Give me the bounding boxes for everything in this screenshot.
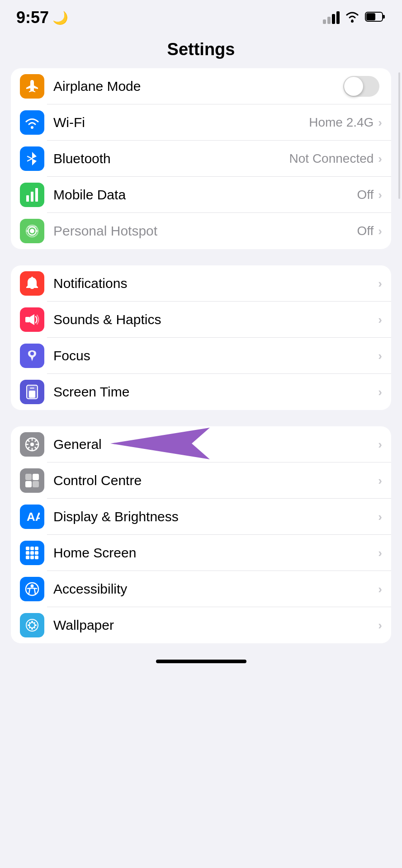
svg-rect-25 — [26, 547, 29, 550]
svg-rect-16 — [30, 387, 34, 389]
display-brightness-label: Display & Brightness — [53, 509, 378, 524]
notifications-icon — [20, 271, 44, 296]
svg-rect-23 — [33, 481, 39, 487]
sounds-icon — [20, 307, 44, 332]
wifi-status-icon — [344, 10, 360, 25]
general-row[interactable]: General › — [11, 426, 391, 462]
hotspot-value: Off — [357, 224, 374, 238]
svg-rect-28 — [26, 551, 29, 555]
screen-time-icon — [20, 380, 44, 404]
svg-point-38 — [31, 621, 33, 623]
svg-rect-21 — [33, 474, 39, 480]
accessibility-row[interactable]: Accessibility › — [11, 571, 391, 607]
bluetooth-chevron: › — [378, 152, 382, 166]
page-title: Settings — [0, 40, 402, 59]
wallpaper-row[interactable]: Wallpaper › — [11, 607, 391, 643]
accessibility-label: Accessibility — [53, 581, 378, 597]
display-brightness-row[interactable]: AA Display & Brightness › — [11, 499, 391, 535]
focus-label: Focus — [53, 348, 378, 363]
notifications-group: Notifications › Sounds & Haptics › Focus… — [11, 265, 391, 410]
wifi-chevron: › — [378, 116, 382, 130]
mobile-data-row[interactable]: Mobile Data Off › — [11, 177, 391, 213]
svg-rect-5 — [26, 195, 29, 202]
sounds-haptics-row[interactable]: Sounds & Haptics › — [11, 302, 391, 338]
general-chevron: › — [378, 438, 382, 452]
svg-point-40 — [28, 624, 29, 626]
page-header: Settings — [0, 32, 402, 68]
mobile-data-icon — [20, 183, 44, 207]
hotspot-icon — [20, 219, 44, 243]
hotspot-label: Personal Hotspot — [53, 223, 357, 239]
mobile-data-value: Off — [357, 188, 374, 202]
signal-icon — [323, 11, 340, 24]
notifications-label: Notifications — [53, 276, 378, 291]
control-centre-chevron: › — [378, 474, 382, 488]
svg-rect-15 — [29, 391, 35, 398]
personal-hotspot-row[interactable]: Personal Hotspot Off › — [11, 213, 391, 249]
svg-point-12 — [30, 352, 34, 355]
hotspot-chevron: › — [378, 224, 382, 238]
svg-point-43 — [34, 627, 35, 628]
focus-icon — [20, 344, 44, 368]
control-centre-label: Control Centre — [53, 473, 378, 488]
bluetooth-row[interactable]: Bluetooth Not Connected › — [11, 141, 391, 177]
control-centre-row[interactable]: Control Centre › — [11, 462, 391, 499]
focus-chevron: › — [378, 349, 382, 363]
wallpaper-icon — [20, 613, 44, 637]
svg-rect-11 — [25, 317, 30, 322]
svg-rect-32 — [30, 556, 34, 559]
status-bar: 9:57 🌙 — [0, 0, 402, 32]
airplane-mode-toggle[interactable] — [343, 76, 379, 97]
status-icons — [323, 10, 386, 25]
svg-point-44 — [34, 622, 35, 623]
svg-rect-26 — [30, 547, 34, 550]
sounds-haptics-label: Sounds & Haptics — [53, 312, 378, 327]
general-label: General — [53, 437, 378, 452]
svg-rect-30 — [35, 551, 38, 555]
home-screen-chevron: › — [378, 546, 382, 560]
screen-time-chevron: › — [378, 385, 382, 399]
svg-point-0 — [351, 20, 354, 23]
airplane-mode-row[interactable]: Airplane Mode — [11, 68, 391, 104]
screen-time-row[interactable]: Screen Time › — [11, 374, 391, 410]
moon-icon: 🌙 — [52, 10, 68, 25]
svg-rect-3 — [366, 13, 375, 20]
svg-point-35 — [31, 585, 34, 588]
display-brightness-icon: AA — [20, 505, 44, 529]
airplane-mode-label: Airplane Mode — [53, 79, 343, 94]
mobile-data-chevron: › — [378, 188, 382, 202]
svg-rect-27 — [35, 547, 38, 550]
svg-rect-7 — [35, 188, 38, 202]
home-screen-row[interactable]: Home Screen › — [11, 535, 391, 571]
airplane-mode-icon — [20, 74, 44, 99]
svg-text:AA: AA — [27, 510, 40, 524]
home-screen-label: Home Screen — [53, 545, 378, 561]
wallpaper-label: Wallpaper — [53, 618, 378, 633]
accessibility-icon — [20, 577, 44, 601]
wifi-label: Wi-Fi — [53, 115, 309, 130]
focus-row[interactable]: Focus › — [11, 338, 391, 374]
wifi-value: Home 2.4G — [309, 115, 374, 130]
wifi-row[interactable]: Wi-Fi Home 2.4G › — [11, 104, 391, 141]
home-screen-icon — [20, 541, 44, 565]
battery-icon — [365, 11, 386, 24]
display-brightness-chevron: › — [378, 510, 382, 524]
svg-point-39 — [31, 628, 33, 630]
connectivity-group: Airplane Mode Wi-Fi Home 2.4G › Bluetoot… — [11, 68, 391, 249]
home-indicator — [156, 660, 246, 663]
wifi-icon — [20, 110, 44, 135]
mobile-data-label: Mobile Data — [53, 187, 357, 203]
notifications-row[interactable]: Notifications › — [11, 265, 391, 302]
svg-point-41 — [35, 624, 37, 626]
wallpaper-chevron: › — [378, 618, 382, 632]
svg-rect-29 — [30, 551, 34, 555]
svg-rect-31 — [26, 556, 29, 559]
svg-point-18 — [30, 443, 34, 446]
sounds-haptics-chevron: › — [378, 313, 382, 327]
screen-time-label: Screen Time — [53, 384, 378, 400]
svg-rect-22 — [25, 481, 32, 487]
general-icon — [20, 432, 44, 457]
toggle-knob — [344, 77, 363, 96]
svg-point-37 — [29, 623, 35, 628]
scrollbar[interactable] — [398, 72, 400, 199]
